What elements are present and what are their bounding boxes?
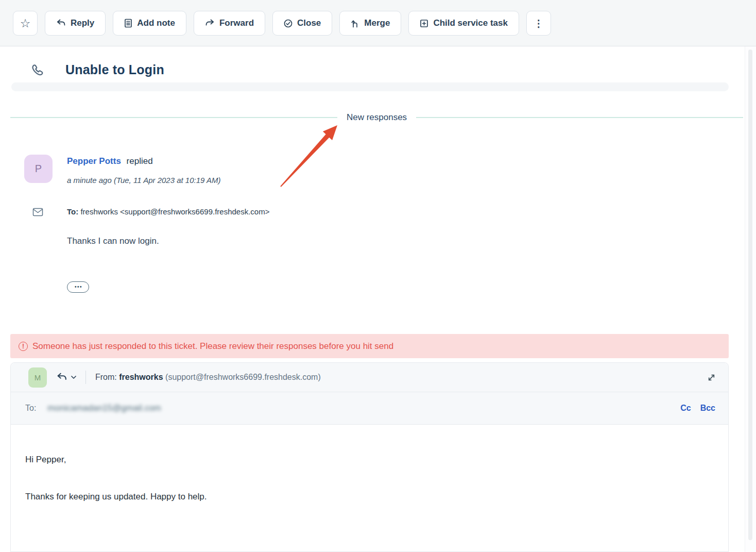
from-name: freshworks	[119, 373, 163, 381]
message-to-line: To: freshworks <support@freshworks6699.f…	[67, 207, 269, 216]
editor-body-line: Thanks for keeping us updated. Happy to …	[25, 492, 713, 502]
close-button-label: Close	[297, 18, 321, 28]
from-email: (support@freshworks6699.freshdesk.com)	[165, 373, 321, 381]
child-service-task-button-label: Child service task	[433, 18, 508, 28]
kebab-icon: ⋮	[534, 18, 543, 29]
show-quoted-text-button[interactable]: •••	[67, 281, 89, 293]
reply-type-dropdown[interactable]	[56, 373, 76, 382]
expand-diagonal-icon	[707, 373, 716, 382]
scrollbar-thumb[interactable]	[748, 49, 752, 540]
add-note-button-label: Add note	[137, 18, 175, 28]
reply-arrow-icon	[56, 373, 67, 382]
cc-bcc-links: Cc Bcc	[680, 404, 715, 413]
warning-text: Someone has just responded to this ticke…	[32, 341, 393, 352]
ellipsis-icon: •••	[75, 285, 82, 290]
expand-editor-button[interactable]	[707, 373, 716, 382]
message-header: Pepper Potts replied	[67, 156, 153, 166]
cc-link[interactable]: Cc	[680, 404, 691, 413]
avatar-letter: M	[35, 373, 41, 382]
ticket-action-toolbar: ☆ Reply Add note Forward Close Merge	[0, 0, 756, 46]
collapsed-conversation-bar[interactable]	[11, 82, 729, 91]
reply-button[interactable]: Reply	[45, 11, 106, 36]
red-annotation-arrow	[268, 118, 350, 190]
child-service-task-button[interactable]: Child service task	[408, 11, 519, 36]
avatar-agent: M	[28, 367, 47, 388]
from-line[interactable]: From: freshworks (support@freshworks6699…	[95, 373, 321, 382]
close-button[interactable]: Close	[272, 11, 332, 36]
header-separator	[85, 371, 86, 384]
from-label: From:	[95, 373, 117, 381]
forward-button[interactable]: Forward	[194, 11, 265, 36]
to-label: To:	[67, 207, 78, 216]
editor-to-row: To: monicamadan15@gmail.com Cc Bcc	[11, 392, 728, 425]
avatar-letter: P	[35, 163, 42, 175]
editor-to-recipient-blurred[interactable]: monicamadan15@gmail.com	[47, 403, 161, 413]
scrollbar-track	[745, 46, 756, 552]
forward-arrow-icon	[205, 19, 215, 27]
more-actions-button[interactable]: ⋮	[526, 11, 551, 36]
merge-icon	[351, 19, 359, 28]
note-icon	[124, 19, 132, 28]
divider-line-left	[10, 117, 337, 118]
forward-button-label: Forward	[219, 18, 254, 28]
avatar-pepper-potts: P	[24, 155, 53, 183]
editor-to-label: To:	[25, 404, 36, 413]
editor-body-textarea[interactable]: Hi Pepper, Thanks for keeping us updated…	[11, 425, 728, 551]
new-responses-label: New responses	[347, 112, 407, 123]
to-value: freshworks <support@freshworks6699.fresh…	[80, 207, 269, 216]
phone-channel-icon	[30, 63, 45, 77]
editor-body-line: Hi Pepper,	[25, 455, 713, 465]
author-link[interactable]: Pepper Potts	[67, 156, 121, 166]
collision-warning-banner: ! Someone has just responded to this tic…	[10, 334, 729, 358]
reply-button-label: Reply	[71, 18, 94, 28]
merge-button-label: Merge	[364, 18, 390, 28]
bcc-link[interactable]: Bcc	[700, 404, 715, 413]
alert-circle-icon: !	[19, 342, 28, 351]
add-note-button[interactable]: Add note	[113, 11, 186, 36]
message-action-label: replied	[127, 156, 153, 166]
check-circle-icon	[284, 19, 293, 28]
divider-line-right	[416, 117, 743, 118]
reply-arrow-icon	[56, 19, 66, 27]
message-body: Thanks I can now login.	[67, 236, 159, 246]
reply-editor-panel: M From: freshworks (support@freshworks66…	[10, 362, 729, 552]
envelope-icon	[32, 208, 43, 216]
chevron-down-icon	[71, 376, 76, 379]
star-button[interactable]: ☆	[13, 11, 38, 36]
new-responses-divider: New responses	[10, 112, 743, 123]
merge-button[interactable]: Merge	[339, 11, 401, 36]
message-timestamp: a minute ago (Tue, 11 Apr 2023 at 10:19 …	[67, 176, 221, 185]
editor-header: M From: freshworks (support@freshworks66…	[11, 363, 728, 392]
boxed-plus-icon	[420, 19, 428, 28]
ticket-title: Unable to Login	[65, 62, 164, 77]
star-icon: ☆	[20, 18, 31, 29]
